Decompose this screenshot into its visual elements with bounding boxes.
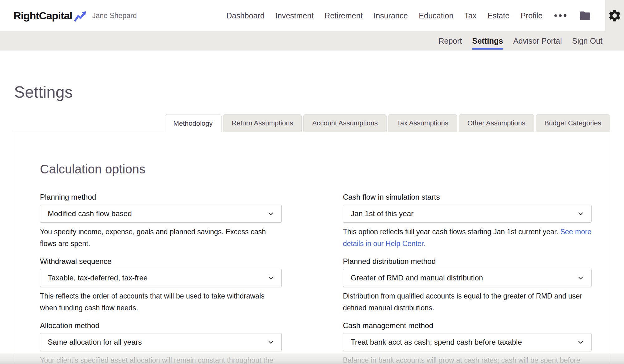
planning-method-select[interactable]: Modified cash flow based bbox=[40, 205, 282, 223]
planned-distribution-label: Planned distribution method bbox=[343, 257, 592, 266]
brand-name: RightCapital bbox=[13, 10, 72, 22]
allocation-method-value: Same allocation for all years bbox=[48, 338, 142, 347]
settings-tabs: Methodology Return Assumptions Account A… bbox=[0, 114, 624, 132]
allocation-method-help: Your client’s specified asset allocation… bbox=[40, 354, 282, 364]
planning-method-label: Planning method bbox=[40, 193, 282, 201]
cash-management-select[interactable]: Treat bank acct as cash; spend cash befo… bbox=[343, 333, 592, 351]
cash-management-value: Treat bank acct as cash; spend cash befo… bbox=[351, 338, 522, 347]
cash-flow-start-help: This option reflects full year cash flow… bbox=[343, 226, 592, 250]
chevron-down-icon bbox=[267, 338, 275, 346]
nav-item-estate[interactable]: Estate bbox=[487, 11, 509, 20]
cash-flow-start-help-text: This option reflects full year cash flow… bbox=[343, 228, 560, 236]
nav-item-insurance[interactable]: Insurance bbox=[373, 11, 408, 20]
subnav-item-settings[interactable]: Settings bbox=[472, 31, 503, 51]
chevron-down-icon bbox=[267, 210, 275, 217]
cash-flow-start-label: Cash flow in simulation starts bbox=[343, 193, 592, 201]
tab-tax-assumptions[interactable]: Tax Assumptions bbox=[388, 114, 457, 132]
planned-distribution-value: Greater of RMD and manual distribution bbox=[351, 274, 483, 282]
top-header: RightCapital Jane Shepard Dashboard Inve… bbox=[0, 0, 624, 31]
field-planning-method: Planning method Modified cash flow based… bbox=[40, 193, 282, 250]
allocation-method-select[interactable]: Same allocation for all years bbox=[40, 333, 282, 351]
gear-icon[interactable] bbox=[605, 0, 624, 31]
cash-flow-start-value: Jan 1st of this year bbox=[351, 209, 413, 218]
subnav-item-report[interactable]: Report bbox=[438, 31, 462, 51]
planned-distribution-help: Distribution from qualified accounts is … bbox=[343, 290, 592, 314]
form-column-left: Planning method Modified cash flow based… bbox=[40, 193, 282, 364]
nav-item-profile[interactable]: Profile bbox=[520, 11, 543, 20]
nav-item-dashboard[interactable]: Dashboard bbox=[226, 11, 264, 20]
allocation-method-label: Allocation method bbox=[40, 321, 282, 330]
chevron-down-icon bbox=[267, 274, 275, 282]
withdrawal-sequence-value: Taxable, tax-deferred, tax-free bbox=[48, 274, 148, 282]
brand-logo[interactable]: RightCapital bbox=[13, 9, 87, 22]
nav-item-education[interactable]: Education bbox=[419, 11, 453, 20]
logo-arrow-icon bbox=[74, 10, 87, 22]
field-planned-distribution: Planned distribution method Greater of R… bbox=[343, 257, 592, 314]
cash-flow-start-select[interactable]: Jan 1st of this year bbox=[343, 205, 592, 223]
planning-method-value: Modified cash flow based bbox=[48, 209, 132, 218]
tab-budget-categories[interactable]: Budget Categories bbox=[536, 114, 610, 132]
form-column-right: Cash flow in simulation starts Jan 1st o… bbox=[343, 193, 592, 364]
planning-method-help: You specify income, expense, goals and p… bbox=[40, 226, 282, 250]
calculation-options-form: Planning method Modified cash flow based… bbox=[40, 193, 591, 364]
chevron-down-icon bbox=[577, 338, 584, 346]
folder-icon[interactable] bbox=[578, 9, 592, 22]
nav-item-retirement[interactable]: Retirement bbox=[324, 11, 363, 20]
ellipsis-icon[interactable] bbox=[553, 14, 567, 17]
page-title: Settings bbox=[14, 82, 624, 102]
nav-item-tax[interactable]: Tax bbox=[464, 11, 476, 20]
tab-return-assumptions[interactable]: Return Assumptions bbox=[223, 114, 302, 132]
chevron-down-icon bbox=[577, 274, 584, 282]
withdrawal-sequence-label: Withdrawal sequence bbox=[40, 257, 282, 266]
tab-account-assumptions[interactable]: Account Assumptions bbox=[303, 114, 386, 132]
methodology-panel: Calculation options Planning method Modi… bbox=[14, 132, 610, 364]
cash-management-label: Cash management method bbox=[343, 321, 592, 330]
field-allocation-method: Allocation method Same allocation for al… bbox=[40, 321, 282, 364]
subnav-item-advisor-portal[interactable]: Advisor Portal bbox=[513, 31, 562, 51]
section-heading: Calculation options bbox=[40, 162, 591, 177]
primary-nav: Dashboard Investment Retirement Insuranc… bbox=[226, 0, 624, 31]
field-cash-management: Cash management method Treat bank acct a… bbox=[343, 321, 592, 364]
nav-item-investment[interactable]: Investment bbox=[275, 11, 314, 20]
tab-methodology[interactable]: Methodology bbox=[165, 114, 222, 132]
secondary-nav: Report Settings Advisor Portal Sign Out bbox=[0, 31, 624, 51]
tab-other-assumptions[interactable]: Other Assumptions bbox=[459, 114, 534, 132]
planned-distribution-select[interactable]: Greater of RMD and manual distribution bbox=[343, 269, 592, 287]
field-withdrawal-sequence: Withdrawal sequence Taxable, tax-deferre… bbox=[40, 257, 282, 314]
chevron-down-icon bbox=[577, 210, 584, 217]
subnav-item-sign-out[interactable]: Sign Out bbox=[572, 31, 602, 51]
cash-management-help: Balance in bank accounts will grow at ca… bbox=[343, 354, 592, 364]
withdrawal-sequence-help: This reflects the order of accounts that… bbox=[40, 290, 282, 314]
field-cash-flow-start: Cash flow in simulation starts Jan 1st o… bbox=[343, 193, 592, 250]
client-name: Jane Shepard bbox=[92, 12, 137, 20]
withdrawal-sequence-select[interactable]: Taxable, tax-deferred, tax-free bbox=[40, 269, 282, 287]
